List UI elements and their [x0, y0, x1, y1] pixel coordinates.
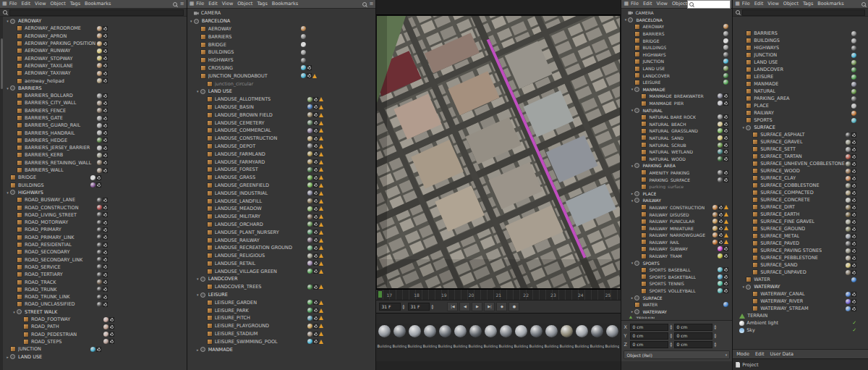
material-swatch[interactable]	[97, 41, 102, 46]
tree-item[interactable]: LANDUSE_ALLOTMENTS	[187, 96, 376, 104]
texture-tag-icon[interactable]	[313, 128, 318, 133]
texture-tag-icon[interactable]	[103, 33, 108, 38]
material-swatch[interactable]	[97, 250, 102, 255]
material-swatch[interactable]	[301, 73, 306, 78]
material-swatch[interactable]	[307, 300, 312, 305]
material-swatch[interactable]	[846, 147, 851, 152]
tree-item[interactable]: MANMADE_PIER	[621, 100, 732, 107]
material-swatch[interactable]	[307, 285, 312, 290]
expand-arrow-icon[interactable]: ▾	[629, 87, 634, 91]
tree-item[interactable]: AEROWAY_PARKING_POSITION	[4, 40, 187, 47]
tree-item[interactable]: LAND USE	[621, 65, 732, 72]
material-swatch[interactable]	[307, 97, 312, 102]
texture-tag-icon[interactable]	[851, 140, 856, 145]
material-swatch[interactable]	[846, 169, 851, 174]
texture-tag-icon[interactable]	[103, 41, 108, 46]
material-swatch[interactable]	[307, 175, 312, 180]
material-swatch[interactable]	[846, 299, 851, 304]
tree-item[interactable]: LEISURE_SWIMMING_POOL	[187, 337, 376, 345]
expand-arrow-icon[interactable]: ▸	[629, 191, 634, 195]
tree-item[interactable]: AMENITY_PARKING	[621, 169, 732, 177]
material-swatch[interactable]	[103, 317, 109, 322]
texture-tag-icon[interactable]	[851, 306, 856, 311]
material-swatch[interactable]	[307, 269, 312, 274]
texture-tag-icon[interactable]	[313, 190, 318, 195]
texture-tag-icon[interactable]	[313, 198, 318, 203]
material-thumbnail[interactable]: Building	[483, 325, 498, 348]
tree-item[interactable]: ▾LANDCOVER	[187, 275, 376, 283]
texture-tag-icon[interactable]	[103, 257, 108, 262]
material-swatch[interactable]	[90, 182, 95, 188]
texture-tag-icon[interactable]	[851, 133, 856, 138]
tree-item[interactable]: BUILDINGS	[733, 37, 868, 44]
material-thumbnail[interactable]: Building	[544, 325, 558, 348]
tree-item[interactable]: ▾RAILWAY	[621, 197, 732, 204]
tree-item[interactable]: WATERWAY_CANAL	[733, 290, 868, 298]
tree-item[interactable]: LANDUSE_FARMLAND	[187, 150, 376, 158]
coordinate-field[interactable]: 0 cm	[674, 324, 712, 331]
tree-item[interactable]: SPORTS_BASKETBALL	[621, 274, 732, 281]
tree-item[interactable]: LEISURE_GARDEN	[187, 298, 376, 306]
material-swatch[interactable]	[97, 26, 102, 31]
texture-tag-icon[interactable]	[313, 182, 318, 188]
texture-tag-icon[interactable]	[723, 143, 728, 148]
tree-item[interactable]: NATURAL BARE ROCK	[621, 114, 732, 121]
expand-arrow-icon[interactable]: ▸	[5, 355, 10, 359]
menu-item-view[interactable]: View	[767, 0, 778, 8]
material-swatch[interactable]	[97, 295, 102, 300]
texture-tag-icon[interactable]	[851, 263, 856, 268]
texture-tag-icon[interactable]	[851, 212, 856, 217]
material-swatch[interactable]	[307, 324, 312, 329]
footer-menu-item-edit[interactable]: Edit	[755, 350, 765, 358]
material-swatch[interactable]	[97, 212, 102, 217]
material-swatch[interactable]	[851, 38, 856, 43]
texture-tag-icon[interactable]	[313, 261, 318, 266]
tree-item[interactable]: ROAD_RESIDENTIAL	[4, 241, 187, 248]
texture-tag-icon[interactable]	[851, 190, 856, 195]
menu-item-edit[interactable]: Edit	[22, 0, 31, 8]
tree-item[interactable]: BARRIERS_HEDGE	[4, 137, 187, 144]
menu-item-tags[interactable]: Tags	[257, 0, 267, 8]
tree-item[interactable]: JUNCTION_ROUNDABOUT	[187, 72, 376, 80]
tree-item[interactable]: RAILWAY_NARROWGUAGE	[621, 232, 732, 239]
scrollbar[interactable]	[0, 17, 3, 370]
texture-tag-icon[interactable]	[103, 123, 108, 128]
tree-item[interactable]: SURFACE_SAND	[733, 261, 868, 269]
tree-item[interactable]: RAILWAY_TRAM	[621, 253, 732, 260]
material-swatch[interactable]	[307, 167, 312, 172]
expand-arrow-icon[interactable]: ▾	[629, 198, 634, 203]
material-swatch[interactable]	[723, 45, 728, 50]
tree-item[interactable]: ROAD_BUSWAY_LANE	[4, 196, 187, 203]
material-swatch[interactable]	[846, 198, 851, 203]
texture-tag-icon[interactable]	[109, 324, 114, 329]
panel-options-icon[interactable]: ≡	[370, 0, 374, 8]
expand-arrow-icon[interactable]: ▾	[195, 277, 200, 281]
coordinate-field[interactable]: 0 cm	[674, 341, 712, 348]
tree-item[interactable]: PARKING_SURFACE	[621, 176, 732, 183]
texture-tag-icon[interactable]	[96, 182, 101, 188]
material-swatch[interactable]	[307, 104, 312, 109]
tree-item[interactable]: ▾WATERWAY	[733, 283, 868, 290]
expand-arrow-icon[interactable]: ▾	[189, 19, 194, 23]
tree-item[interactable]: TERRAIN	[621, 315, 732, 319]
tree-item[interactable]: ▸LAND USE	[4, 353, 187, 360]
material-swatch[interactable]	[307, 151, 312, 156]
tree-item[interactable]: ▾PARKING_AREA	[621, 162, 732, 169]
texture-tag-icon[interactable]	[103, 235, 108, 240]
menu-item-tags[interactable]: Tags	[70, 0, 80, 8]
texture-tag-icon[interactable]	[103, 146, 108, 151]
menu-item-edit[interactable]: Edit	[754, 0, 764, 8]
material-swatch[interactable]	[90, 347, 95, 352]
tree-item[interactable]: BARRIERS_BOLLARD	[4, 92, 187, 99]
coordinate-field[interactable]: 0 cm	[630, 324, 668, 331]
tree-item[interactable]: ▸MANMADE	[187, 345, 376, 353]
material-swatch[interactable]	[97, 101, 102, 106]
tree-item[interactable]: LANDUSE_BROWN FIELD	[187, 111, 376, 119]
texture-tag-icon[interactable]	[718, 212, 723, 217]
tree-item[interactable]: LANDUSE_PLANT_NURSERY	[187, 228, 376, 236]
texture-tag-icon[interactable]	[103, 250, 108, 255]
project-tab[interactable]: Project	[733, 358, 868, 370]
texture-tag-icon[interactable]	[851, 161, 856, 167]
material-swatch[interactable]	[851, 118, 856, 123]
tree-item[interactable]: SURFACE_EARTH	[733, 211, 868, 218]
